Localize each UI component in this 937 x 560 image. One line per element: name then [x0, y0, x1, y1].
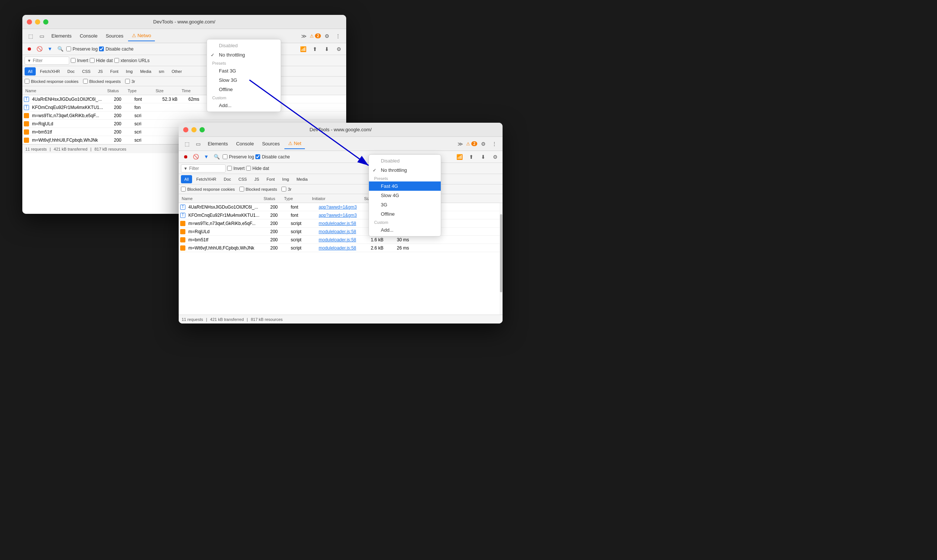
minimize-button-1[interactable]	[35, 19, 40, 25]
close-button-1[interactable]	[27, 19, 32, 25]
table-row[interactable]: m=bm51tf 200 script moduleloader.js:58 1…	[179, 236, 503, 244]
disable-cache-checkbox-2[interactable]	[255, 154, 260, 159]
extension-urls-label-1[interactable]: xtension URLs	[114, 58, 150, 63]
hide-data-checkbox-1[interactable]	[90, 58, 94, 63]
menu-slow3g-1[interactable]: Slow 3G	[207, 75, 281, 85]
row-initiator-2-1[interactable]: app?awwd=1&gm3	[317, 205, 369, 210]
wifi-icon-1[interactable]: 📶	[298, 44, 308, 54]
download-icon-1[interactable]: ⬇	[322, 44, 332, 54]
record-btn-2[interactable]: ⏺	[181, 152, 190, 162]
type-other-1[interactable]: Other	[168, 67, 185, 75]
tab-network-2[interactable]: ⚠ Net	[284, 139, 305, 149]
menu-add-2[interactable]: Add...	[369, 225, 441, 235]
type-js-1[interactable]: JS	[94, 67, 106, 75]
disable-cache-label-1[interactable]: Disable cache	[99, 46, 133, 52]
menu-fast3g-1[interactable]: Fast 3G	[207, 66, 281, 75]
inspect-icon[interactable]: ⬚	[25, 31, 36, 41]
preserve-log-checkbox-2[interactable]	[222, 154, 227, 159]
tab-console-1[interactable]: Console	[76, 31, 101, 41]
download-icon-2[interactable]: ⬇	[478, 152, 488, 162]
tab-elements-1[interactable]: Elements	[48, 31, 75, 41]
maximize-button-1[interactable]	[43, 19, 48, 25]
hide-data-label-1[interactable]: Hide dat	[90, 58, 113, 63]
tab-elements-2[interactable]: Elements	[204, 139, 232, 149]
close-button-2[interactable]	[183, 127, 188, 132]
menu-fast4g-2[interactable]: Fast 4G	[369, 182, 441, 191]
row-initiator-2-5[interactable]: moduleloader.js:58	[317, 237, 369, 242]
row-initiator-2-4[interactable]: moduleloader.js:58	[317, 229, 369, 234]
table-row[interactable]: m=RqjULd 200 script moduleloader.js:58 7…	[179, 228, 503, 236]
clear-btn-2[interactable]: 🚫	[191, 152, 200, 162]
settings-icon-2[interactable]: ⚙	[478, 139, 488, 149]
hide-data-checkbox-2[interactable]	[246, 166, 251, 171]
type-img-1[interactable]: Img	[122, 67, 136, 75]
invert-label-1[interactable]: Invert	[71, 58, 88, 63]
row-initiator-2-3[interactable]: moduleloader.js:58	[317, 221, 369, 226]
table-row[interactable]: m=ws9Tlc,n73qwf,GkRiKb,e5qF... 200 scri	[22, 112, 346, 120]
blocked-3r-checkbox-1[interactable]	[125, 79, 130, 84]
table-row[interactable]: m=Wt6vjf,hhhU8,FCpbqb,WhJNk 200 script m…	[179, 244, 503, 252]
minimize-button-2[interactable]	[191, 127, 196, 132]
menu-no-throttling-2[interactable]: No throttling	[369, 165, 441, 175]
blocked-3r-checkbox-2[interactable]	[281, 187, 286, 191]
type-all-1[interactable]: All	[25, 67, 36, 75]
disable-cache-label-2[interactable]: Disable cache	[255, 154, 290, 160]
table-row[interactable]: T 4UaRrENHsxJlGDuGo1OIlJfC6l_... 200 fon…	[179, 203, 503, 211]
disable-cache-checkbox-1[interactable]	[99, 46, 104, 51]
blocked-3r-label-1[interactable]: 3r	[125, 79, 135, 84]
preserve-log-label-1[interactable]: Preserve log	[66, 46, 97, 52]
network-settings-icon-2[interactable]: ⚙	[490, 152, 500, 162]
table-row[interactable]: T KFOmCnqEu92Fr1Mu4mxKKTU1... 200 fon	[22, 103, 346, 112]
blocked-cookies-label-2[interactable]: Blocked response cookies	[181, 187, 235, 191]
type-fetch-2[interactable]: Fetch/XHR	[193, 175, 220, 183]
inspect-icon-2[interactable]: ⬚	[182, 139, 192, 149]
invert-checkbox-1[interactable]	[71, 58, 76, 63]
type-font-1[interactable]: Font	[107, 67, 122, 75]
tab-console-2[interactable]: Console	[232, 139, 258, 149]
clear-btn-1[interactable]: 🚫	[35, 45, 44, 54]
menu-add-1[interactable]: Add...	[207, 101, 281, 110]
type-media-2[interactable]: Media	[293, 175, 311, 183]
type-css-2[interactable]: CSS	[235, 175, 250, 183]
menu-offline-2[interactable]: Offline	[369, 209, 441, 218]
device-icon[interactable]: ▭	[37, 31, 47, 41]
type-js-2[interactable]: JS	[251, 175, 262, 183]
more-options-icon-2[interactable]: ⋮	[489, 139, 500, 149]
table-row[interactable]: m=ws9Tlc,n73qwf,GkRiKb,e5qF... 200 scrip…	[179, 219, 503, 228]
type-img-2[interactable]: Img	[279, 175, 292, 183]
blocked-requests-checkbox-1[interactable]	[83, 79, 88, 84]
type-fetch-1[interactable]: Fetch/XHR	[37, 67, 63, 75]
settings-icon-1[interactable]: ⚙	[322, 31, 332, 41]
blocked-cookies-checkbox-1[interactable]	[25, 79, 29, 84]
upload-icon-1[interactable]: ⬆	[310, 44, 320, 54]
tab-sources-1[interactable]: Sources	[102, 31, 127, 41]
filter-icon-2[interactable]: ▼	[202, 152, 211, 162]
menu-offline-1[interactable]: Offline	[207, 85, 281, 94]
tab-network-1[interactable]: ⚠ Netwo	[128, 31, 155, 41]
blocked-requests-label-1[interactable]: Blocked requests	[83, 79, 120, 84]
type-media-1[interactable]: Media	[137, 67, 154, 75]
type-font-2[interactable]: Font	[263, 175, 278, 183]
preserve-log-label-2[interactable]: Preserve log	[222, 154, 254, 160]
menu-slow4g-2[interactable]: Slow 4G	[369, 191, 441, 200]
filter-icon-1[interactable]: ▼	[45, 45, 54, 54]
blocked-3r-label-2[interactable]: 3r	[281, 187, 292, 191]
more-tabs-icon-1[interactable]: ≫	[299, 31, 309, 41]
wifi-icon-2[interactable]: 📶	[454, 152, 465, 162]
hide-data-label-2[interactable]: Hide dat	[246, 166, 269, 171]
preserve-log-checkbox-1[interactable]	[66, 46, 71, 51]
menu-no-throttling-1[interactable]: No throttling	[207, 50, 281, 60]
tab-sources-2[interactable]: Sources	[258, 139, 284, 149]
upload-icon-2[interactable]: ⬆	[466, 152, 477, 162]
type-all-2[interactable]: All	[181, 175, 192, 183]
table-row[interactable]: T KFOmCnqEu92Fr1Mu4mxKKTU1... 200 font a…	[179, 211, 503, 219]
record-btn-1[interactable]: ⏺	[25, 45, 34, 54]
blocked-cookies-label-1[interactable]: Blocked response cookies	[25, 79, 79, 84]
more-tabs-icon-2[interactable]: ≫	[455, 139, 465, 149]
search-icon-1[interactable]: 🔍	[56, 45, 65, 54]
type-doc-1[interactable]: Doc	[64, 67, 78, 75]
filter-input-1[interactable]	[33, 58, 66, 63]
type-doc-2[interactable]: Doc	[221, 175, 235, 183]
maximize-button-2[interactable]	[199, 127, 205, 132]
extension-urls-checkbox-1[interactable]	[114, 58, 119, 63]
